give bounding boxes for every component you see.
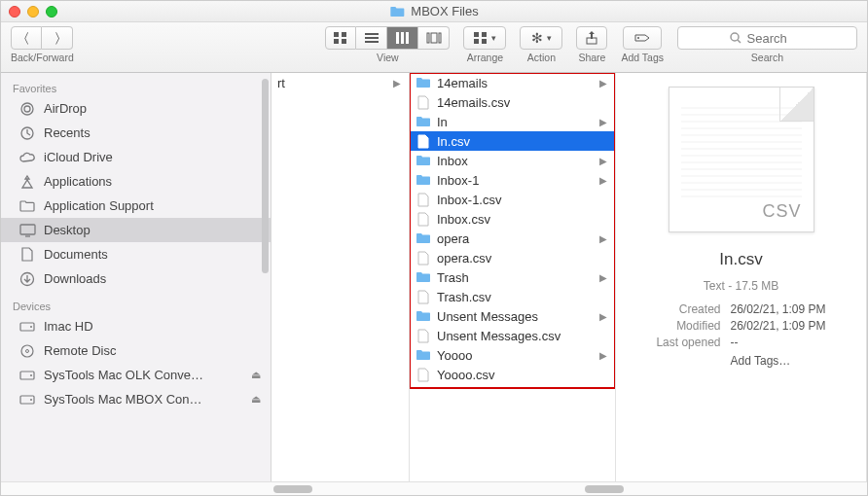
item-label: In — [437, 115, 448, 129]
column-view-button[interactable] — [387, 26, 418, 50]
arrange-button[interactable]: ▾ — [463, 26, 506, 50]
finder-window: MBOX Files 〈 〉 Back/Forward View ▾ Arran… — [0, 0, 868, 496]
folder-icon — [416, 271, 431, 283]
add-tags-group: Add Tags — [621, 26, 664, 63]
file-item-14emails-csv[interactable]: 14emails.csv — [410, 92, 615, 112]
preview-panel: CSV In.csv Text - 17.5 MB Created 26/02/… — [616, 73, 866, 368]
search-field[interactable] — [677, 26, 857, 50]
sidebar-item-icloud-drive[interactable]: iCloud Drive — [1, 145, 271, 169]
search-group: Search — [677, 26, 857, 63]
window-controls — [9, 6, 57, 18]
file-item-trash[interactable]: Trash▶ — [410, 267, 615, 287]
sidebar-item-systools-mac-olk-conve[interactable]: SysTools Mac OLK Conve…⏏ — [1, 363, 271, 387]
chevron-right-icon: ▶ — [599, 350, 607, 361]
back-button[interactable]: 〈 — [11, 26, 42, 50]
created-label: Created — [656, 302, 720, 316]
downloads-icon — [18, 271, 36, 287]
share-label: Share — [578, 52, 605, 63]
chevron-right-icon: ▶ — [599, 233, 607, 244]
gallery-view-button[interactable] — [418, 26, 450, 50]
sidebar-item-label: Remote Disc — [44, 343, 116, 358]
svg-point-18 — [637, 37, 639, 39]
sidebar-item-imac-hd[interactable]: Imac HD — [1, 314, 271, 338]
airdrop-icon — [18, 101, 36, 117]
svg-rect-1 — [342, 32, 346, 37]
file-icon — [416, 95, 431, 110]
file-item-yoooo-csv[interactable]: Yoooo.csv — [410, 365, 615, 384]
sidebar-item-applications[interactable]: Applications — [1, 169, 271, 194]
eject-icon[interactable]: ⏏ — [251, 393, 261, 406]
share-group: Share — [576, 26, 607, 63]
close-window-button[interactable] — [9, 6, 20, 18]
sidebar-item-label: Application Support — [44, 198, 154, 213]
forward-button[interactable]: 〉 — [42, 26, 73, 50]
file-item-inbox-csv[interactable]: Inbox.csv — [410, 209, 615, 229]
svg-point-19 — [731, 33, 739, 41]
sidebar-item-application-support[interactable]: Application Support — [1, 194, 271, 218]
search-input[interactable] — [747, 31, 806, 46]
item-label: Inbox.csv — [437, 212, 490, 227]
column-1-truncated-item[interactable]: rt ▶ — [271, 73, 409, 92]
remotedisc-icon — [18, 343, 36, 359]
file-icon — [416, 212, 431, 227]
file-item-trash-csv[interactable]: Trash.csv — [410, 287, 615, 306]
sidebar-item-recents[interactable]: Recents — [1, 121, 271, 145]
sidebar-item-documents[interactable]: Documents — [1, 242, 271, 266]
chevron-right-icon: ▶ — [599, 272, 607, 283]
item-label: Inbox-1 — [437, 173, 479, 188]
list-view-button[interactable] — [356, 26, 387, 50]
svg-point-34 — [30, 399, 32, 401]
file-item-in[interactable]: In▶ — [410, 112, 615, 131]
preview-column: CSV In.csv Text - 17.5 MB Created 26/02/… — [616, 73, 867, 481]
action-label: Action — [527, 52, 556, 63]
window-body: Favorites AirDropRecentsiCloud DriveAppl… — [1, 73, 867, 481]
svg-rect-15 — [474, 39, 479, 44]
file-item-in-csv[interactable]: In.csv — [410, 131, 615, 151]
sidebar-item-desktop[interactable]: Desktop — [1, 218, 271, 242]
sidebar-item-label: iCloud Drive — [44, 150, 113, 164]
file-item-opera[interactable]: opera▶ — [410, 229, 615, 248]
file-item-unsent-messages-csv[interactable]: Unsent Messages.csv — [410, 326, 615, 345]
file-item-inbox[interactable]: Inbox▶ — [410, 151, 615, 170]
svg-rect-24 — [20, 225, 35, 234]
file-item-yoooo[interactable]: Yoooo▶ — [410, 345, 615, 365]
add-tags-link[interactable]: Add Tags… — [730, 354, 825, 368]
sidebar-scrollbar[interactable] — [262, 79, 269, 273]
item-label: Inbox-1.csv — [437, 193, 501, 207]
window-title: MBOX Files — [389, 4, 478, 18]
action-button[interactable]: ✻▾ — [520, 26, 562, 50]
zoom-window-button[interactable] — [46, 6, 57, 18]
sidebar-item-airdrop[interactable]: AirDrop — [1, 96, 271, 121]
item-label: Yoooo — [437, 348, 472, 363]
disk-icon — [18, 320, 36, 334]
svg-point-30 — [26, 349, 29, 352]
file-item-opera-csv[interactable]: opera.csv — [410, 248, 615, 267]
modified-value: 26/02/21, 1:09 PM — [730, 319, 825, 333]
file-item-14emails[interactable]: 14emails▶ — [410, 73, 615, 92]
scroll-thumb-2[interactable] — [585, 485, 624, 493]
add-tags-button[interactable] — [623, 26, 662, 50]
sidebar-item-downloads[interactable]: Downloads — [1, 266, 271, 291]
action-group: ✻▾ Action — [520, 26, 562, 63]
file-item-inbox-1-csv[interactable]: Inbox-1.csv — [410, 190, 615, 209]
arrange-icon — [474, 32, 488, 44]
sidebar-item-systools-mac-mbox-con[interactable]: SysTools Mac MBOX Con…⏏ — [1, 387, 271, 411]
chevron-right-icon: ▶ — [599, 311, 607, 322]
svg-point-32 — [30, 374, 32, 376]
eject-icon[interactable]: ⏏ — [251, 369, 261, 381]
disk-icon — [18, 393, 36, 407]
sidebar-item-remote-disc[interactable]: Remote Disc — [1, 338, 271, 363]
file-item-unsent-messages[interactable]: Unsent Messages▶ — [410, 306, 615, 326]
back-forward-group: 〈 〉 Back/Forward — [11, 26, 74, 63]
svg-rect-3 — [342, 39, 346, 44]
file-icon — [416, 251, 431, 266]
minimize-window-button[interactable] — [27, 6, 39, 18]
scroll-thumb-1[interactable] — [273, 485, 312, 493]
horizontal-scrollbar[interactable] — [1, 481, 867, 495]
grid-icon — [334, 32, 347, 44]
gear-icon: ✻ — [531, 30, 543, 46]
icon-view-button[interactable] — [325, 26, 356, 50]
file-item-inbox-1[interactable]: Inbox-1▶ — [410, 170, 615, 190]
svg-rect-5 — [365, 37, 379, 39]
share-button[interactable] — [576, 26, 607, 50]
